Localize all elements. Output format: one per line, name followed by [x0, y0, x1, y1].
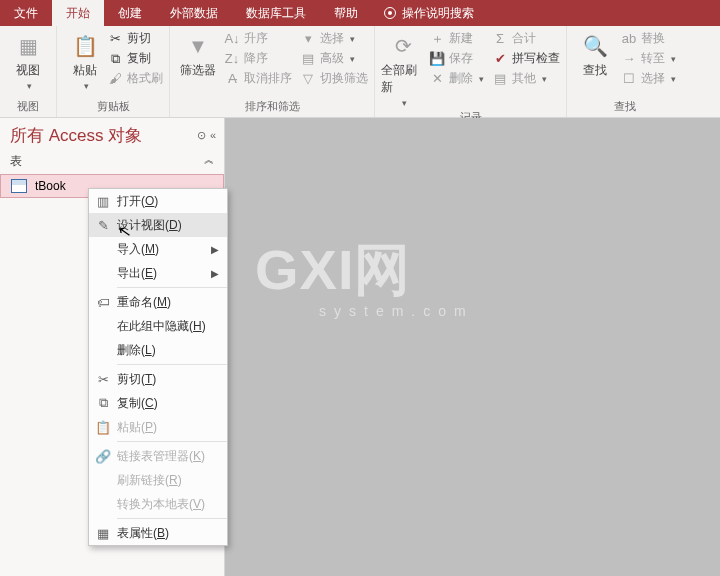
- cut-icon: ✂: [89, 372, 117, 387]
- chevron-down-icon: ▾: [402, 98, 407, 108]
- bulb-icon: [384, 7, 396, 19]
- ctx-item[interactable]: 导入(M)▶: [89, 237, 227, 261]
- submenu-arrow-icon: ▶: [211, 268, 219, 279]
- spelling-button[interactable]: ✔拼写检查: [492, 50, 560, 67]
- menubar: 文件 开始 创建 外部数据 数据库工具 帮助 操作说明搜索: [0, 0, 720, 26]
- tab-help[interactable]: 帮助: [320, 0, 372, 26]
- advanced-icon: ▤: [300, 51, 316, 67]
- replace-button[interactable]: ab替换: [621, 30, 676, 47]
- delete-record-button[interactable]: ✕删除▾: [429, 70, 484, 87]
- ctx-item-label: 刷新链接(R): [117, 472, 219, 489]
- sort-asc-icon: A↓: [224, 31, 240, 47]
- brush-icon: 🖌: [107, 71, 123, 87]
- ctx-item[interactable]: ▦表属性(B): [89, 521, 227, 545]
- spellcheck-icon: ✔: [492, 51, 508, 67]
- ctx-item[interactable]: 🏷重命名(M): [89, 290, 227, 314]
- totals-button[interactable]: Σ合计: [492, 30, 560, 47]
- spell-label: 拼写检查: [512, 50, 560, 67]
- replace-label: 替换: [641, 30, 665, 47]
- ctx-item-label: 导出(E): [117, 265, 211, 282]
- more-records-button[interactable]: ▤其他▾: [492, 70, 560, 87]
- section-collapse-icon: ︽: [204, 153, 214, 170]
- tab-create[interactable]: 创建: [104, 0, 156, 26]
- goto-label: 转至: [641, 50, 665, 67]
- nav-section-tables[interactable]: 表 ︽: [0, 151, 224, 174]
- clipboard-icon: 📋: [71, 32, 99, 60]
- watermark-small: system.com: [319, 303, 474, 319]
- select-label: 选择: [641, 70, 665, 87]
- copy-button[interactable]: ⧉复制: [107, 50, 163, 67]
- ribbon: ▦ 视图 ▾ 视图 📋 粘贴 ▾ ✂剪切 ⧉复制 🖌格式刷 剪贴板 ▼: [0, 26, 720, 118]
- goto-button[interactable]: →转至▾: [621, 50, 676, 67]
- group-view-label: 视图: [6, 97, 50, 117]
- scissors-icon: ✂: [107, 31, 123, 47]
- format-painter-button[interactable]: 🖌格式刷: [107, 70, 163, 87]
- ctx-item[interactable]: 导出(E)▶: [89, 261, 227, 285]
- tab-home[interactable]: 开始: [52, 0, 104, 26]
- ctx-item: 转换为本地表(V): [89, 492, 227, 516]
- view-button[interactable]: ▦ 视图 ▾: [6, 28, 50, 91]
- toggle-filter-button[interactable]: ▽切换筛选: [300, 70, 368, 87]
- save-icon: 💾: [429, 51, 445, 67]
- new-label: 新建: [449, 30, 473, 47]
- ctx-item[interactable]: 删除(L): [89, 338, 227, 362]
- sel-label: 选择: [320, 30, 344, 47]
- clear-label: 取消排序: [244, 70, 292, 87]
- view-button-label: 视图: [16, 62, 40, 79]
- chevron-down-icon: ▾: [542, 74, 547, 84]
- find-button[interactable]: 🔍 查找: [573, 28, 617, 79]
- paste-button[interactable]: 📋 粘贴 ▾: [63, 28, 107, 91]
- nav-title-text: 所有 Access 对象: [10, 124, 142, 147]
- ctx-item-label: 在此组中隐藏(H): [117, 318, 219, 335]
- copy-icon: ⧉: [107, 51, 123, 67]
- new-icon: ＋: [429, 31, 445, 47]
- selection-filter-button[interactable]: ▾选择▾: [300, 30, 368, 47]
- more-icon: ▤: [492, 71, 508, 87]
- tell-me-search[interactable]: 操作说明搜索: [372, 0, 486, 26]
- sigma-icon: Σ: [492, 31, 508, 47]
- chevron-down-icon: ▾: [27, 81, 32, 91]
- select-button[interactable]: ☐选择▾: [621, 70, 676, 87]
- sort-desc-button[interactable]: Z↓降序: [224, 50, 292, 67]
- goto-icon: →: [621, 51, 637, 67]
- ctx-item[interactable]: ▥打开(O): [89, 189, 227, 213]
- tab-file[interactable]: 文件: [0, 0, 52, 26]
- tab-db-tools[interactable]: 数据库工具: [232, 0, 320, 26]
- filter-button[interactable]: ▼ 筛选器: [176, 28, 220, 79]
- save-label: 保存: [449, 50, 473, 67]
- advanced-filter-button[interactable]: ▤高级▾: [300, 50, 368, 67]
- nav-title-controls[interactable]: ⊙«: [197, 129, 216, 142]
- clear-sort-icon: A̶: [224, 71, 240, 87]
- group-view: ▦ 视图 ▾ 视图: [0, 26, 57, 117]
- chevron-down-icon: ▾: [350, 54, 355, 64]
- totals-label: 合计: [512, 30, 536, 47]
- group-find: 🔍 查找 ab替换 →转至▾ ☐选择▾ 查找: [567, 26, 682, 117]
- save-record-button[interactable]: 💾保存: [429, 50, 484, 67]
- design-icon: ✎: [89, 218, 117, 233]
- ctx-item[interactable]: ⧉复制(C): [89, 391, 227, 415]
- desc-label: 降序: [244, 50, 268, 67]
- ctx-item-label: 转换为本地表(V): [117, 496, 219, 513]
- clear-sort-button[interactable]: A̶取消排序: [224, 70, 292, 87]
- replace-icon: ab: [621, 31, 637, 47]
- ctx-item[interactable]: ✂剪切(T): [89, 367, 227, 391]
- toggle-label: 切换筛选: [320, 70, 368, 87]
- more-label: 其他: [512, 70, 536, 87]
- sort-asc-button[interactable]: A↓升序: [224, 30, 292, 47]
- new-record-button[interactable]: ＋新建: [429, 30, 484, 47]
- copy-label: 复制: [127, 50, 151, 67]
- tab-external-data[interactable]: 外部数据: [156, 0, 232, 26]
- refresh-all-button[interactable]: ⟳ 全部刷新 ▾: [381, 28, 425, 108]
- filter-label: 筛选器: [180, 62, 216, 79]
- sort-desc-icon: Z↓: [224, 51, 240, 67]
- nav-title-bar[interactable]: 所有 Access 对象 ⊙«: [0, 118, 224, 151]
- group-records: ⟳ 全部刷新 ▾ ＋新建 💾保存 ✕删除▾ Σ合计 ✔拼写检查 ▤其他▾ 记录: [375, 26, 567, 117]
- ctx-item: 🔗链接表管理器(K): [89, 444, 227, 468]
- nav-section-label: 表: [10, 153, 22, 170]
- cut-button[interactable]: ✂剪切: [107, 30, 163, 47]
- ctx-item[interactable]: 在此组中隐藏(H): [89, 314, 227, 338]
- group-sort-label: 排序和筛选: [176, 97, 368, 117]
- tell-me-label: 操作说明搜索: [402, 5, 474, 22]
- ctx-item[interactable]: ✎设计视图(D): [89, 213, 227, 237]
- toggle-filter-icon: ▽: [300, 71, 316, 87]
